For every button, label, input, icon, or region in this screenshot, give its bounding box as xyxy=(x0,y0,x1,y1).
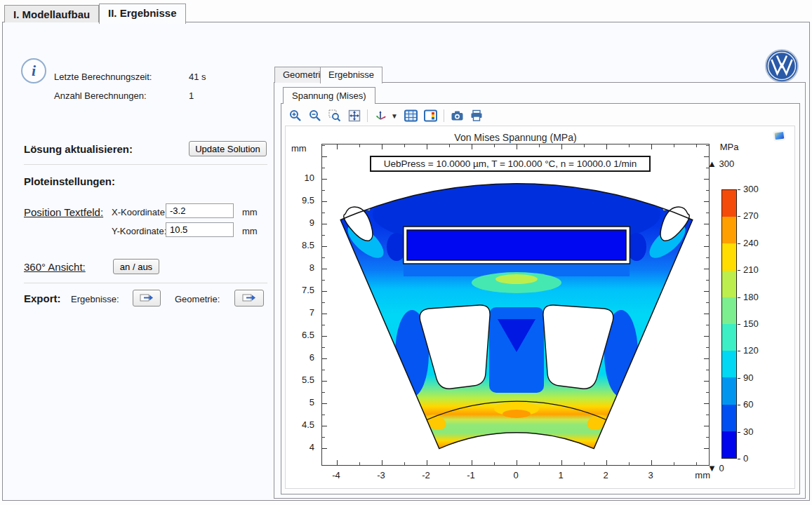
y-tick-label: 6.5 xyxy=(286,330,314,341)
export-geometry-button[interactable] xyxy=(234,290,264,307)
colorbar-tick-label: 150 xyxy=(743,318,768,330)
print-icon[interactable] xyxy=(470,109,484,123)
axis-frame xyxy=(321,144,710,466)
plot-panel: ▼ Von Mises Spannung (MPa) mm xyxy=(281,103,800,494)
toolbar-separator xyxy=(367,109,368,122)
export-icon xyxy=(140,293,154,303)
y-coordinate-label: Y-Koordinate: xyxy=(112,226,166,236)
snapshot-camera-icon[interactable] xyxy=(451,109,464,123)
tab-ergebnisse-inner[interactable]: Ergebnisse xyxy=(320,67,382,83)
tab-ergebnisse[interactable]: II. Ergebnisse xyxy=(99,4,186,24)
vw-logo xyxy=(765,49,799,83)
x-tick-label: 3 xyxy=(639,470,663,480)
info-icon: i xyxy=(21,58,46,83)
colorbar-tick-label: 60 xyxy=(743,399,768,410)
colorbar-tick-label: 0 xyxy=(743,453,768,464)
colorbar-tick-label: 90 xyxy=(743,372,768,384)
export-results-label: Ergebnisse: xyxy=(71,294,119,304)
y-tick-label: 10 xyxy=(286,173,314,184)
y-tick-label: 4.5 xyxy=(286,419,314,431)
y-tick-label: 9 xyxy=(286,217,314,229)
colorbar-unit: MPa xyxy=(716,142,743,152)
x-tick-label: 0 xyxy=(504,470,528,480)
tab-modellaufbau[interactable]: I. Modellaufbau xyxy=(4,5,99,22)
plot-settings-label: Ploteinstellungen: xyxy=(24,175,115,187)
y-tick-label: 8.5 xyxy=(286,240,314,251)
colorbar-tick-label: 120 xyxy=(743,345,768,356)
y-tick-label: 7.5 xyxy=(286,285,314,296)
x-tick-label: -3 xyxy=(369,470,393,480)
export-results-button[interactable] xyxy=(133,290,161,307)
y-tick-label: 7 xyxy=(286,307,314,318)
x-tick-label: 2 xyxy=(594,470,618,480)
y-coordinate-unit: mm xyxy=(242,226,258,236)
colorbar-tick-label: 180 xyxy=(743,292,768,303)
plot-window-icon[interactable] xyxy=(772,129,787,143)
show-grid-icon[interactable] xyxy=(404,109,418,123)
plot-canvas[interactable]: Von Mises Spannung (MPa) mm mm xyxy=(285,126,795,489)
tab-spannung-mises[interactable]: Spannung (Mises) xyxy=(283,87,375,104)
export-geometry-label: Geometrie: xyxy=(175,294,220,304)
colorbar-tick-label: 210 xyxy=(743,264,768,276)
x-tick-label: -4 xyxy=(324,470,348,480)
computation-count-label: Anzahl Berechnungen: xyxy=(54,90,147,101)
divider xyxy=(24,164,267,165)
toolbar-separator xyxy=(444,109,444,122)
x-tick-label: -1 xyxy=(459,470,483,480)
colorbar-tick-label: 240 xyxy=(743,238,768,249)
x-coordinate-label: X-Koordinate: xyxy=(112,207,168,217)
zoom-extents-icon[interactable] xyxy=(347,109,361,123)
x-coordinate-unit: mm xyxy=(242,207,258,217)
parameter-annotation: UebPress = 10.0000 µm, T = 100.000 °C, n… xyxy=(370,156,651,172)
computation-count-value: 1 xyxy=(189,90,194,101)
update-solution-section-label: Lösung aktualisieren: xyxy=(24,143,133,155)
plot-toolbar: ▼ xyxy=(284,106,484,126)
zoom-box-icon[interactable] xyxy=(328,109,341,123)
view-360-label: 360° Ansicht: xyxy=(24,261,86,273)
plot-title: Von Mises Spannung (MPa) xyxy=(321,132,710,143)
zoom-in-icon[interactable] xyxy=(288,109,302,123)
colorbar-ticks xyxy=(738,189,740,460)
y-coordinate-input[interactable] xyxy=(166,222,234,237)
last-computation-value: 41 s xyxy=(189,72,206,82)
x-axis-unit: mm xyxy=(682,470,710,480)
update-solution-button[interactable]: Update Solution xyxy=(189,141,267,156)
divider xyxy=(24,283,267,283)
y-tick-label: 6 xyxy=(286,352,314,363)
chevron-down-icon[interactable]: ▼ xyxy=(391,112,398,120)
y-tick-label: 4 xyxy=(286,442,314,453)
show-legend-icon[interactable] xyxy=(424,109,437,123)
y-tick-label: 9.5 xyxy=(286,195,314,206)
y-tick-label: 8 xyxy=(286,262,314,274)
last-computation-label: Letzte Berechnungszeit: xyxy=(54,72,152,82)
colorbar-tick-label: 30 xyxy=(743,426,768,438)
view-orientation-icon[interactable] xyxy=(374,109,387,123)
colorbar-max-marker: ▲ 300 xyxy=(707,159,734,169)
view-360-toggle-button[interactable]: an / aus xyxy=(113,259,159,274)
y-axis-unit: mm xyxy=(291,143,307,154)
export-icon xyxy=(242,293,256,303)
colorbar-min-marker: ▼ 0 xyxy=(707,463,724,473)
stress-surface-plot xyxy=(322,144,710,466)
y-tick-label: 5.5 xyxy=(286,375,314,386)
x-tick-label: -2 xyxy=(414,470,438,480)
colorbar xyxy=(721,189,737,459)
position-textfield-label: Position Textfeld: xyxy=(24,206,103,218)
export-section-label: Export: xyxy=(24,292,61,304)
results-groupbox: Spannung (Mises) ▼ xyxy=(274,82,806,499)
y-tick-label: 5 xyxy=(286,397,314,408)
colorbar-tick-label: 270 xyxy=(743,210,768,222)
x-tick-label: 1 xyxy=(549,470,573,480)
zoom-out-icon[interactable] xyxy=(308,109,321,123)
x-coordinate-input[interactable] xyxy=(166,203,234,218)
colorbar-tick-label: 300 xyxy=(743,184,768,195)
